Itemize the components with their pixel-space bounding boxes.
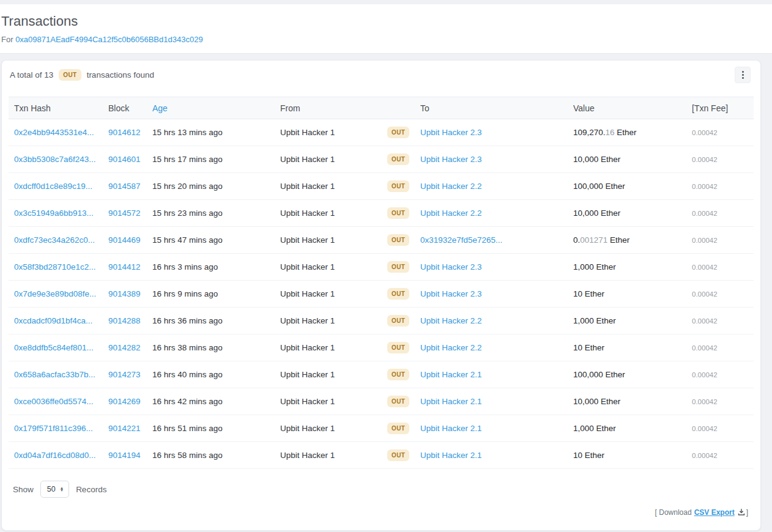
txn-hash-link[interactable]: 0x58f3bd28710e1c2...: [14, 262, 96, 272]
download-icon[interactable]: [738, 508, 745, 517]
header-age: Age: [152, 103, 280, 113]
value-text: 0.001271 Ether: [573, 235, 692, 245]
out-filter-badge: OUT: [59, 69, 81, 81]
block-link[interactable]: 9014389: [108, 289, 141, 298]
download-prefix: [ Download: [655, 508, 692, 517]
txn-hash-link[interactable]: 0xe8ddfb5c84ef801...: [14, 343, 94, 352]
age-sort-link[interactable]: Age: [152, 103, 168, 113]
txn-hash-cell: 0xce0036ffe0d5574...: [14, 397, 108, 406]
direction-badge: OUT: [387, 449, 409, 461]
direction-cell: OUT: [387, 180, 420, 192]
to-address-link[interactable]: Upbit Hacker 2.2: [420, 316, 482, 325]
block-link[interactable]: 9014612: [108, 128, 141, 137]
direction-badge: OUT: [387, 180, 409, 192]
direction-cell: OUT: [387, 396, 420, 407]
block-link[interactable]: 9014288: [108, 316, 141, 325]
direction-cell: OUT: [387, 234, 420, 246]
block-link[interactable]: 9014273: [108, 370, 141, 379]
show-label: Show: [13, 485, 34, 494]
from-address-text: Upbit Hacker 1: [280, 343, 387, 352]
direction-badge: OUT: [387, 153, 409, 165]
to-address-link[interactable]: 0x31932e7fd5e7265...: [420, 235, 502, 245]
to-address-link[interactable]: Upbit Hacker 2.3: [420, 155, 482, 164]
txn-hash-cell: 0xe8ddfb5c84ef801...: [14, 343, 108, 352]
table-row: 0x7de9e3e89bd08fe... 9014389 16 hrs 9 mi…: [9, 281, 754, 308]
for-label: For: [1, 35, 13, 44]
to-address-link[interactable]: Upbit Hacker 2.1: [420, 397, 482, 406]
table-row: 0xe8ddfb5c84ef801... 9014282 16 hrs 38 m…: [9, 334, 754, 361]
from-address-text: Upbit Hacker 1: [280, 182, 387, 191]
txn-hash-link[interactable]: 0x3bb5308c7a6f243...: [14, 155, 96, 164]
download-bar: [ Download CSV Export ]: [2, 498, 760, 517]
txn-hash-link[interactable]: 0x179f571f811c396...: [14, 424, 93, 433]
block-link[interactable]: 9014221: [108, 424, 141, 433]
csv-export-link[interactable]: CSV Export: [694, 508, 735, 517]
direction-cell: OUT: [387, 369, 420, 380]
direction-cell: OUT: [387, 288, 420, 300]
txn-hash-link[interactable]: 0xdcff0d1c8e89c19...: [14, 182, 92, 191]
to-cell: Upbit Hacker 2.1: [420, 370, 573, 379]
block-link[interactable]: 9014412: [108, 262, 141, 272]
to-address-link[interactable]: Upbit Hacker 2.2: [420, 343, 482, 352]
summary-line: A total of 13 OUT transactions found: [2, 61, 760, 88]
download-suffix: ]: [746, 508, 748, 517]
records-select[interactable]: 50 ▲▼: [40, 481, 69, 498]
from-address-text: Upbit Hacker 1: [280, 235, 387, 245]
to-cell: Upbit Hacker 2.2: [420, 209, 573, 218]
options-button[interactable]: [735, 67, 751, 83]
txn-hash-link[interactable]: 0x3c51949a6bb913...: [14, 209, 94, 218]
block-cell: 9014587: [108, 182, 152, 191]
txn-hash-link[interactable]: 0x7de9e3e89bd08fe...: [14, 289, 96, 298]
page-header: Transactions For 0xa09871AEadF4994Ca12f5…: [0, 4, 772, 54]
from-address-text: Upbit Hacker 1: [280, 451, 387, 460]
block-link[interactable]: 9014194: [108, 451, 141, 460]
txn-hash-link[interactable]: 0xd04a7df16cd08d0...: [14, 451, 96, 460]
txn-hash-link[interactable]: 0x2e4bb9443531e4...: [14, 128, 94, 137]
to-address-link[interactable]: Upbit Hacker 2.2: [420, 209, 482, 218]
table-row: 0xce0036ffe0d5574... 9014269 16 hrs 42 m…: [9, 388, 754, 415]
to-cell: Upbit Hacker 2.2: [420, 343, 573, 352]
txn-hash-cell: 0xdcff0d1c8e89c19...: [14, 182, 108, 191]
header-txn-hash: Txn Hash: [14, 103, 108, 113]
txn-hash-link[interactable]: 0xce0036ffe0d5574...: [14, 397, 94, 406]
txn-hash-link[interactable]: 0x658a6acfac33b7b...: [14, 370, 95, 379]
age-text: 16 hrs 38 mins ago: [152, 343, 280, 352]
to-address-link[interactable]: Upbit Hacker 2.2: [420, 182, 482, 191]
block-link[interactable]: 9014587: [108, 182, 141, 191]
to-address-link[interactable]: Upbit Hacker 2.1: [420, 424, 482, 433]
age-text: 16 hrs 3 mins ago: [152, 262, 280, 272]
records-bar: Show 50 ▲▼ Records: [2, 469, 760, 498]
txn-hash-link[interactable]: 0xdfc73ec34a262c0...: [14, 235, 95, 245]
age-text: 15 hrs 47 mins ago: [152, 235, 280, 245]
to-address-link[interactable]: Upbit Hacker 2.1: [420, 370, 482, 379]
direction-badge: OUT: [387, 369, 409, 380]
age-text: 16 hrs 9 mins ago: [152, 289, 280, 298]
block-link[interactable]: 9014282: [108, 343, 141, 352]
block-cell: 9014273: [108, 370, 152, 379]
to-address-link[interactable]: Upbit Hacker 2.3: [420, 128, 482, 137]
block-link[interactable]: 9014601: [108, 155, 141, 164]
to-address-link[interactable]: Upbit Hacker 2.3: [420, 262, 482, 272]
value-text: 1,000 Ether: [573, 316, 692, 325]
direction-badge: OUT: [387, 396, 409, 407]
to-address-link[interactable]: Upbit Hacker 2.3: [420, 289, 482, 298]
direction-cell: OUT: [387, 261, 420, 273]
age-text: 15 hrs 13 mins ago: [152, 128, 280, 137]
address-link[interactable]: 0xa09871AEadF4994Ca12f5c0b6056BBd1d343c0…: [15, 35, 202, 44]
txn-hash-link[interactable]: 0xcdadcf09d1bf4ca...: [14, 316, 92, 325]
txn-hash-cell: 0x3bb5308c7a6f243...: [14, 155, 108, 164]
direction-cell: OUT: [387, 127, 420, 138]
block-cell: 9014221: [108, 424, 152, 433]
block-link[interactable]: 9014269: [108, 397, 141, 406]
value-text: 10 Ether: [573, 289, 692, 298]
txn-fee-text: 0.00042: [692, 183, 750, 190]
txn-fee-text: 0.00042: [692, 210, 750, 217]
block-cell: 9014572: [108, 209, 152, 218]
to-address-link[interactable]: Upbit Hacker 2.1: [420, 451, 482, 460]
block-link[interactable]: 9014469: [108, 235, 141, 245]
to-cell: Upbit Hacker 2.2: [420, 316, 573, 325]
direction-badge: OUT: [387, 342, 409, 353]
table-row: 0xdcff0d1c8e89c19... 9014587 15 hrs 20 m…: [9, 173, 754, 200]
block-link[interactable]: 9014572: [108, 209, 141, 218]
txn-fee-text: 0.00042: [692, 264, 750, 271]
